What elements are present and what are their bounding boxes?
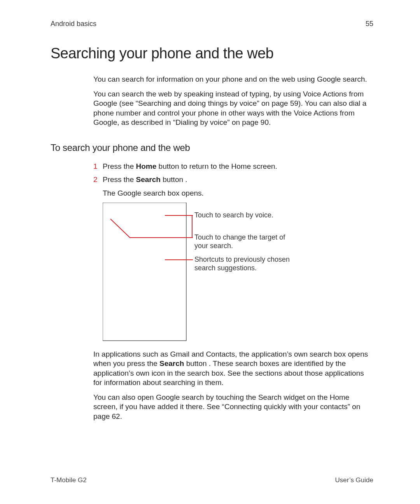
after-para-1: In applications such as Gmail and Contac… bbox=[93, 350, 373, 387]
step-2-pre: Press the bbox=[103, 175, 136, 184]
page-title: Searching your phone and the web bbox=[51, 44, 373, 63]
steps-block: 1 Press the Home button to return to the… bbox=[93, 162, 373, 421]
step-1-text: Press the Home button to return to the H… bbox=[103, 162, 373, 171]
callout-target-2: your search. bbox=[194, 242, 233, 250]
page: Android basics 55 Searching your phone a… bbox=[0, 0, 420, 504]
step-1-number: 1 bbox=[93, 162, 103, 171]
step-1: 1 Press the Home button to return to the… bbox=[93, 162, 373, 171]
step-2-bold: Search bbox=[136, 175, 161, 184]
callout-voice: Touch to search by voice. bbox=[194, 211, 273, 219]
after-para-2: You can also open Google search by touch… bbox=[93, 393, 373, 421]
step-1-pre: Press the bbox=[103, 162, 136, 170]
step-1-post: button to return to the Home screen. bbox=[156, 162, 277, 170]
callout-shortcuts-1: Shortcuts to previously chosen bbox=[194, 256, 290, 263]
step-2: 2 Press the Search button . bbox=[93, 175, 373, 184]
page-number: 55 bbox=[366, 19, 373, 28]
intro-para-1: You can search for information on your p… bbox=[93, 75, 373, 84]
after-p1-bold: Search bbox=[159, 359, 184, 368]
diagram-svg: Touch to search by voice. Touch to chang… bbox=[103, 203, 336, 343]
callout-target-1: Touch to change the target of bbox=[194, 233, 285, 241]
step-2-text: Press the Search button . bbox=[103, 175, 373, 184]
footer-left: T-Mobile G2 bbox=[51, 476, 87, 485]
callout-shortcuts-2: search suggestions. bbox=[194, 264, 257, 272]
running-head: Android basics 55 bbox=[51, 19, 373, 28]
intro-block: You can search for information on your p… bbox=[93, 75, 373, 128]
section-name: Android basics bbox=[51, 19, 96, 28]
footer: T-Mobile G2 User’s Guide bbox=[51, 476, 373, 485]
search-diagram: Touch to search by voice. Touch to chang… bbox=[103, 203, 373, 343]
step-2-post: button . bbox=[161, 175, 187, 184]
intro-para-2: You can search the web by speaking inste… bbox=[93, 89, 373, 127]
step-2-number: 2 bbox=[93, 175, 103, 184]
step-1-bold: Home bbox=[136, 162, 157, 170]
footer-right: User’s Guide bbox=[335, 476, 373, 485]
step-2-sub: The Google search box opens. bbox=[103, 189, 373, 198]
subheading: To search your phone and the web bbox=[51, 142, 373, 154]
